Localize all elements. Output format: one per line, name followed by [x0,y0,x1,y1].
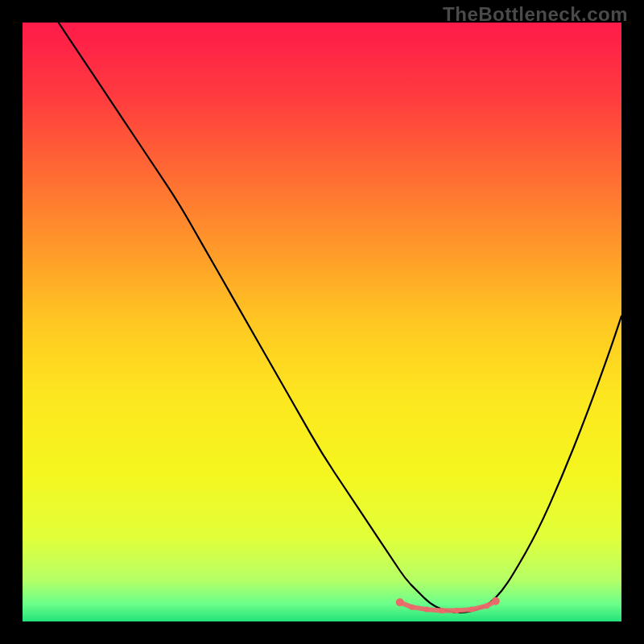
watermark-text: TheBottleneck.com [443,3,628,26]
optimal-range-marker [484,603,489,609]
plot-area [23,23,621,621]
optimal-range-marker [492,597,500,605]
gradient-background [23,23,621,621]
optimal-range-marker [409,605,415,610]
optimal-range-marker [396,598,404,606]
optimal-range-marker [469,607,475,613]
optimal-range-marker [439,608,444,613]
chart-container: TheBottleneck.com [0,0,644,644]
optimal-range-marker [454,608,460,613]
optimal-range-marker [424,607,430,613]
chart-svg [23,23,621,621]
